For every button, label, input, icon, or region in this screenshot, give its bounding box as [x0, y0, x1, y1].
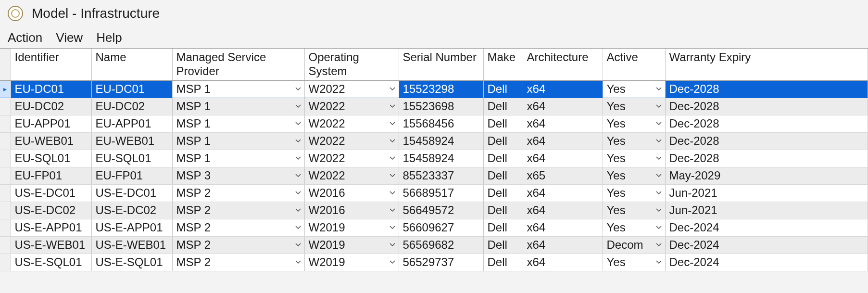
- cell-msp[interactable]: MSP 2: [172, 219, 304, 236]
- cell-warranty[interactable]: Jun-2021: [665, 184, 868, 202]
- table-row[interactable]: ▸EU-DC01EU-DC01MSP 1W202215523298Dellx64…: [0, 80, 868, 98]
- cell-warranty[interactable]: Dec-2028: [665, 132, 868, 150]
- cell-identifier[interactable]: US-E-APP01: [11, 219, 91, 236]
- chevron-down-icon[interactable]: [655, 224, 662, 231]
- cell-arch[interactable]: x64: [523, 80, 603, 98]
- chevron-down-icon[interactable]: [295, 259, 302, 266]
- table-row[interactable]: EU-DC02EU-DC02MSP 1W202215523698Dellx64Y…: [0, 98, 868, 115]
- menu-action[interactable]: Action: [8, 30, 42, 45]
- cell-serial[interactable]: 56529737: [399, 254, 483, 271]
- chevron-down-icon[interactable]: [389, 86, 396, 92]
- cell-msp[interactable]: MSP 2: [172, 202, 304, 219]
- cell-make[interactable]: Dell: [483, 150, 523, 167]
- column-header-os[interactable]: Operating System: [304, 49, 399, 80]
- row-handle[interactable]: ▸: [0, 80, 11, 98]
- cell-serial[interactable]: 56689517: [399, 184, 483, 202]
- column-header-warranty[interactable]: Warranty Expiry: [665, 49, 868, 80]
- cell-make[interactable]: Dell: [483, 184, 523, 202]
- chevron-down-icon[interactable]: [295, 138, 302, 144]
- column-header-make[interactable]: Make: [483, 49, 523, 80]
- cell-serial[interactable]: 85523337: [399, 167, 483, 184]
- cell-arch[interactable]: x64: [523, 254, 603, 271]
- table-row[interactable]: US-E-WEB01US-E-WEB01MSP 2W201956569682De…: [0, 236, 868, 254]
- cell-name[interactable]: US-E-SQL01: [91, 254, 172, 271]
- cell-arch[interactable]: x64: [523, 202, 603, 219]
- cell-make[interactable]: Dell: [483, 236, 523, 254]
- chevron-down-icon[interactable]: [655, 138, 662, 144]
- column-header-name[interactable]: Name: [91, 49, 172, 80]
- row-handle[interactable]: [0, 219, 11, 236]
- cell-name[interactable]: US-E-WEB01: [91, 236, 172, 254]
- cell-active[interactable]: Decom: [603, 236, 665, 254]
- cell-msp[interactable]: MSP 1: [172, 80, 304, 98]
- cell-identifier[interactable]: EU-DC01: [11, 80, 91, 98]
- table-row[interactable]: US-E-DC02US-E-DC02MSP 2W201656649572Dell…: [0, 202, 868, 219]
- cell-arch[interactable]: x64: [523, 98, 603, 115]
- table-row[interactable]: US-E-SQL01US-E-SQL01MSP 2W201956529737De…: [0, 254, 868, 271]
- chevron-down-icon[interactable]: [655, 242, 662, 248]
- row-handle[interactable]: [0, 184, 11, 202]
- cell-active[interactable]: Yes: [603, 167, 665, 184]
- chevron-down-icon[interactable]: [389, 138, 396, 144]
- cell-serial[interactable]: 15523298: [399, 80, 483, 98]
- row-handle[interactable]: [0, 150, 11, 167]
- cell-warranty[interactable]: Jun-2021: [665, 202, 868, 219]
- row-handle[interactable]: [0, 132, 11, 150]
- chevron-down-icon[interactable]: [389, 242, 396, 248]
- row-handle[interactable]: [0, 202, 11, 219]
- cell-warranty[interactable]: Dec-2028: [665, 98, 868, 115]
- cell-identifier[interactable]: EU-WEB01: [11, 132, 91, 150]
- cell-identifier[interactable]: US-E-DC02: [11, 202, 91, 219]
- chevron-down-icon[interactable]: [389, 103, 396, 110]
- cell-msp[interactable]: MSP 2: [172, 184, 304, 202]
- cell-arch[interactable]: x64: [523, 219, 603, 236]
- cell-os[interactable]: W2022: [304, 167, 399, 184]
- cell-name[interactable]: US-E-DC01: [91, 184, 172, 202]
- table-row[interactable]: EU-WEB01EU-WEB01MSP 1W202215458924Dellx6…: [0, 132, 868, 150]
- chevron-down-icon[interactable]: [389, 172, 396, 179]
- cell-arch[interactable]: x64: [523, 184, 603, 202]
- cell-warranty[interactable]: Dec-2024: [665, 254, 868, 271]
- cell-identifier[interactable]: US-E-DC01: [11, 184, 91, 202]
- chevron-down-icon[interactable]: [295, 224, 302, 231]
- cell-serial[interactable]: 56609627: [399, 219, 483, 236]
- cell-make[interactable]: Dell: [483, 167, 523, 184]
- cell-active[interactable]: Yes: [603, 254, 665, 271]
- cell-os[interactable]: W2019: [304, 219, 399, 236]
- chevron-down-icon[interactable]: [389, 120, 396, 127]
- cell-identifier[interactable]: EU-APP01: [11, 115, 91, 132]
- cell-active[interactable]: Yes: [603, 202, 665, 219]
- cell-active[interactable]: Yes: [603, 150, 665, 167]
- cell-make[interactable]: Dell: [483, 115, 523, 132]
- cell-name[interactable]: EU-DC01: [91, 80, 172, 98]
- table-row[interactable]: EU-SQL01EU-SQL01MSP 1W202215458924Dellx6…: [0, 150, 868, 167]
- cell-serial[interactable]: 56649572: [399, 202, 483, 219]
- cell-name[interactable]: EU-SQL01: [91, 150, 172, 167]
- cell-os[interactable]: W2022: [304, 80, 399, 98]
- cell-name[interactable]: US-E-APP01: [91, 219, 172, 236]
- cell-active[interactable]: Yes: [603, 219, 665, 236]
- row-handle[interactable]: [0, 115, 11, 132]
- chevron-down-icon[interactable]: [655, 86, 662, 92]
- chevron-down-icon[interactable]: [295, 207, 302, 214]
- cell-msp[interactable]: MSP 1: [172, 98, 304, 115]
- cell-os[interactable]: W2022: [304, 115, 399, 132]
- cell-identifier[interactable]: US-E-WEB01: [11, 236, 91, 254]
- cell-make[interactable]: Dell: [483, 80, 523, 98]
- row-handle[interactable]: [0, 167, 11, 184]
- cell-warranty[interactable]: Dec-2028: [665, 150, 868, 167]
- cell-active[interactable]: Yes: [603, 80, 665, 98]
- cell-os[interactable]: W2016: [304, 184, 399, 202]
- chevron-down-icon[interactable]: [655, 120, 662, 127]
- data-grid[interactable]: Identifier Name Managed Service Provider…: [0, 48, 868, 271]
- table-row[interactable]: US-E-DC01US-E-DC01MSP 2W201656689517Dell…: [0, 184, 868, 202]
- cell-msp[interactable]: MSP 2: [172, 254, 304, 271]
- cell-warranty[interactable]: Dec-2028: [665, 115, 868, 132]
- cell-make[interactable]: Dell: [483, 98, 523, 115]
- cell-active[interactable]: Yes: [603, 98, 665, 115]
- cell-msp[interactable]: MSP 1: [172, 115, 304, 132]
- cell-make[interactable]: Dell: [483, 254, 523, 271]
- cell-serial[interactable]: 15458924: [399, 132, 483, 150]
- cell-warranty[interactable]: Dec-2024: [665, 219, 868, 236]
- chevron-down-icon[interactable]: [389, 155, 396, 162]
